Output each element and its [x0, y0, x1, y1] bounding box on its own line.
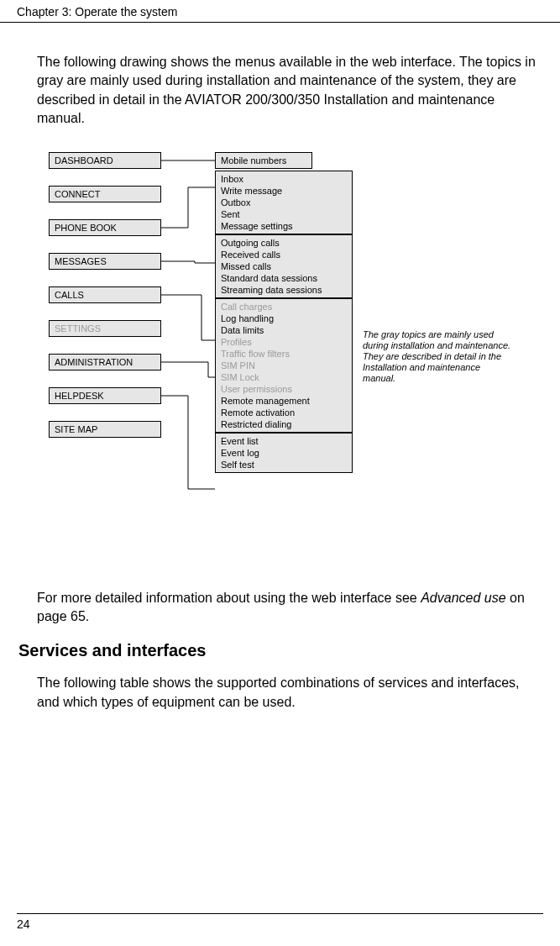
sub-standard-data: Standard data sessions [221, 272, 347, 284]
sub-inbox: Inbox [221, 173, 347, 185]
sub-user-permissions: User permissions [221, 383, 347, 395]
sub-profiles: Profiles [221, 336, 347, 348]
sub-self-test: Self test [221, 459, 347, 470]
sub-messages: Inbox Write message Outbox Sent Message … [215, 171, 353, 234]
section-heading: Services and interfaces [18, 641, 542, 660]
sub-outbox: Outbox [221, 197, 347, 208]
sub-helpdesk: Event list Event log Self test [215, 433, 353, 473]
sub-remote-management: Remote management [221, 395, 347, 407]
sub-data-limits: Data limits [221, 324, 347, 336]
outro-paragraph: For more detailed information about usin… [37, 589, 542, 627]
menu-helpdesk: HELPDESK [49, 387, 161, 404]
sub-phonebook: Mobile numbers [215, 152, 312, 169]
sub-message-settings: Message settings [221, 220, 347, 232]
sub-write-message: Write message [221, 185, 347, 197]
menu-dashboard: DASHBOARD [49, 152, 161, 169]
menu-connect: CONNECT [49, 186, 161, 202]
menu-calls: CALLS [49, 286, 161, 303]
sub-missed-calls: Missed calls [221, 260, 347, 272]
sub-calls: Outgoing calls Received calls Missed cal… [215, 234, 353, 298]
sub-traffic-flow: Traffic flow filters [221, 348, 347, 360]
sub-call-charges: Call charges [221, 301, 347, 313]
menu-sitemap: SITE MAP [49, 421, 161, 438]
menu-messages: MESSAGES [49, 253, 161, 270]
page-footer: 24 [17, 913, 543, 931]
services-paragraph: The following table shows the supported … [37, 674, 542, 712]
intro-paragraph: The following drawing shows the menus av… [37, 53, 542, 129]
sub-received-calls: Received calls [221, 249, 347, 260]
menu-settings: SETTINGS [49, 320, 161, 337]
outro-lead: For more detailed information about usin… [37, 591, 421, 605]
sub-outgoing-calls: Outgoing calls [221, 237, 347, 249]
outro-link: Advanced use [421, 591, 505, 605]
sub-log-handling: Log handling [221, 313, 347, 324]
menu-administration: ADMINISTRATION [49, 354, 161, 371]
sub-restricted-dialing: Restricted dialing [221, 418, 347, 430]
sub-sim-lock: SIM Lock [221, 371, 347, 383]
sub-event-list: Event list [221, 435, 347, 447]
sub-sent: Sent [221, 208, 347, 220]
sub-event-log: Event log [221, 447, 347, 459]
sub-mobile-numbers: Mobile numbers [221, 155, 306, 166]
gray-topics-note: The gray topics are mainly used during i… [363, 329, 514, 384]
chapter-header: Chapter 3: Operate the system [0, 0, 560, 23]
page-number: 24 [17, 917, 30, 931]
menu-diagram: DASHBOARD CONNECT PHONE BOOK MESSAGES CA… [49, 152, 542, 589]
sub-streaming-data: Streaming data sessions [221, 284, 347, 296]
menu-phonebook: PHONE BOOK [49, 219, 161, 236]
sub-sim-pin: SIM PIN [221, 360, 347, 371]
sub-administration: Call charges Log handling Data limits Pr… [215, 298, 353, 433]
sub-remote-activation: Remote activation [221, 407, 347, 418]
